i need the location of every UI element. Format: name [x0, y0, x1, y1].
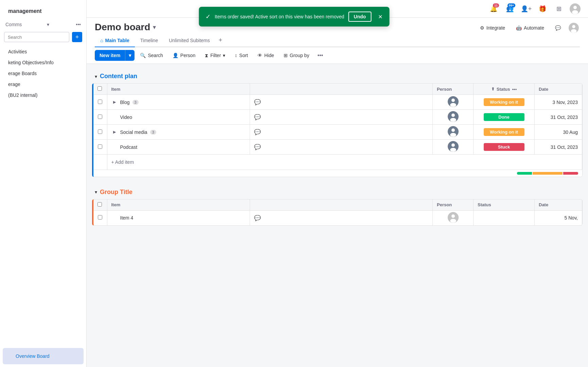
group-content-plan: ▾ Content plan Item	[87, 69, 588, 177]
row-person-cell	[433, 125, 474, 140]
select-all-checkbox[interactable]	[97, 202, 102, 207]
more-icon[interactable]: •••	[76, 22, 81, 27]
filter-button[interactable]: ⧗ Filter ▾	[201, 50, 229, 61]
add-item-label: + Add item	[111, 159, 134, 165]
row-status-cell[interactable]: Working on it	[474, 125, 535, 140]
person-label: Person	[180, 53, 195, 58]
table-header-row: Item Person Status Date	[93, 199, 582, 211]
working-bar	[533, 172, 563, 175]
sidebar-item-activities[interactable]: Activities	[3, 46, 84, 57]
sidebar-item-boards[interactable]: erage Boards	[3, 68, 84, 79]
hide-button[interactable]: 👁 Hide	[253, 50, 278, 60]
th-status[interactable]: ⬆ Status •••	[474, 84, 535, 95]
status-badge: Stuck	[484, 143, 524, 151]
search-icon: 🔍	[140, 53, 146, 58]
row-comment-cell: 💬	[250, 110, 433, 125]
tabs: ⌂ Main Table Timeline Unlimited Subitems…	[95, 34, 580, 47]
tab-unlimited-subitems[interactable]: Unlimited Subitems	[163, 34, 215, 47]
comment-icon[interactable]: 💬	[254, 114, 261, 120]
more-options-button[interactable]: •••	[315, 50, 326, 61]
comment-icon[interactable]: 💬	[254, 215, 261, 221]
comment-icon[interactable]: 💬	[254, 129, 261, 135]
row-checkbox[interactable]	[98, 115, 102, 119]
tab-label: Main Table	[105, 38, 129, 43]
comments-button[interactable]: 💬	[551, 23, 565, 33]
apps-icon[interactable]: ⊞	[553, 3, 565, 15]
svg-point-7	[451, 99, 455, 102]
notification-banner: ✓ Items order saved! Active sort on this…	[199, 7, 389, 27]
gift-icon[interactable]: 🎁	[536, 3, 549, 15]
th-comment	[250, 199, 433, 211]
board-title-chevron[interactable]: ▾	[153, 23, 156, 31]
item-name: Social media	[120, 129, 147, 135]
sidebar-item-overview[interactable]: Overview Board	[10, 351, 76, 362]
tab-main-table[interactable]: ⌂ Main Table	[95, 34, 135, 47]
svg-point-14	[450, 133, 456, 137]
automate-button[interactable]: 🤖 Automate	[512, 23, 548, 33]
updates-icon[interactable]: 👥 99+	[504, 3, 516, 15]
comment-icon[interactable]: 💬	[254, 144, 261, 150]
sidebar-item-erage[interactable]: erage	[3, 79, 84, 90]
group-group-title: ▾ Group Title Item	[87, 185, 588, 226]
row-status-cell[interactable]: Working on it	[474, 95, 535, 110]
expand-icon[interactable]: ▶	[111, 129, 118, 135]
select-all-checkbox[interactable]	[97, 86, 102, 91]
automate-icon: 🤖	[516, 25, 522, 31]
sidebar-group-header-comms[interactable]: Comms ▾ •••	[0, 20, 86, 29]
notifications-icon[interactable]: 🔔 11	[487, 3, 500, 15]
search-input[interactable]	[4, 32, 69, 42]
board-title: Demo board	[95, 22, 150, 33]
sort-button[interactable]: ↕ Sort	[231, 50, 252, 60]
undo-button[interactable]: Undo	[348, 12, 371, 22]
th-date-label: Date	[539, 202, 548, 207]
row-comment-cell: 💬	[250, 210, 433, 225]
comment-icon[interactable]: 💬	[254, 99, 261, 105]
table-row: Item 4 💬	[93, 210, 582, 225]
invite-icon[interactable]: 👤+	[520, 3, 532, 15]
sidebar-item-label: Activities	[8, 49, 27, 54]
item-name: Item 4	[120, 215, 133, 221]
tab-timeline[interactable]: Timeline	[135, 34, 163, 47]
expand-icon[interactable]: ▶	[111, 99, 118, 105]
group-by-button[interactable]: ⊞ Group by	[280, 50, 314, 60]
row-checkbox[interactable]	[98, 144, 102, 149]
th-person-label: Person	[437, 87, 452, 92]
group-header-group-title[interactable]: ▾ Group Title	[87, 185, 588, 199]
close-icon[interactable]: ✕	[378, 14, 382, 20]
new-item-button[interactable]: New item ▾	[95, 50, 135, 61]
svg-point-11	[450, 118, 456, 122]
add-item-cell[interactable]: + Add item	[107, 155, 582, 170]
person-icon: 👤	[173, 53, 178, 58]
add-button[interactable]: +	[72, 32, 82, 42]
row-date: 31 Oct, 2023	[551, 115, 578, 120]
avatar[interactable]	[569, 3, 581, 15]
row-status-cell[interactable]: Stuck	[474, 140, 535, 155]
row-checkbox[interactable]	[98, 100, 102, 104]
table-group-title: Item Person Status Date	[92, 199, 583, 226]
row-status-cell[interactable]: Done	[474, 110, 535, 125]
board-actions: ⚙ Integrate 🤖 Automate 💬	[476, 22, 580, 34]
sort-label: Sort	[239, 53, 248, 58]
add-item-row[interactable]: + Add item	[93, 155, 582, 170]
user-menu-button[interactable]	[568, 22, 580, 34]
main-area: 🔔 11 👥 99+ 👤+ 🎁 ⊞ Demo board	[87, 0, 588, 367]
row-checkbox[interactable]	[98, 129, 102, 134]
hide-label: Hide	[264, 53, 274, 58]
group-header-content-plan[interactable]: ▾ Content plan	[87, 69, 588, 83]
home-icon: ⌂	[100, 38, 103, 43]
table-row: Podcast 💬	[93, 140, 582, 155]
content-area: ▾ Content plan Item	[87, 64, 588, 367]
svg-point-13	[451, 128, 455, 132]
search-button[interactable]: 🔍 Search	[136, 50, 167, 60]
sidebar-item-bu2[interactable]: (BU2 internal)	[3, 90, 84, 101]
new-item-dropdown-arrow[interactable]: ▾	[125, 50, 135, 61]
notification-text: Items order saved! Active sort on this v…	[215, 14, 344, 19]
add-tab-button[interactable]: +	[215, 34, 226, 47]
row-checkbox[interactable]	[98, 215, 102, 220]
row-comment-cell: 💬	[250, 140, 433, 155]
sidebar-item-label: keting Objectives/Info	[8, 60, 54, 65]
sidebar-item-marketing[interactable]: keting Objectives/Info	[3, 57, 84, 68]
person-button[interactable]: 👤 Person	[168, 50, 199, 60]
th-status-more-icon[interactable]: •••	[512, 87, 517, 92]
integrate-button[interactable]: ⚙ Integrate	[476, 23, 509, 33]
